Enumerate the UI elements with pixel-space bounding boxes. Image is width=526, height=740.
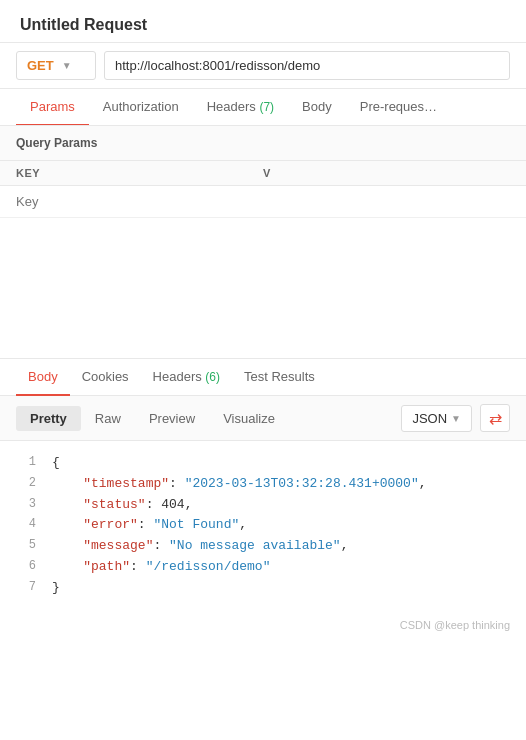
format-select-chevron-icon: ▼ — [451, 413, 461, 424]
params-table: KEY V — [0, 161, 526, 218]
params-row — [0, 186, 526, 218]
page-container: Untitled Request GET ▼ Params Authorizat… — [0, 0, 526, 639]
json-line-2: 2 "timestamp": "2023-03-13T03:32:28.431+… — [16, 474, 510, 495]
wrap-button[interactable]: ⇄ — [480, 404, 510, 432]
params-table-header: KEY V — [0, 161, 526, 186]
method-label: GET — [27, 58, 54, 73]
json-content: 1 { 2 "timestamp": "2023-03-13T03:32:28.… — [0, 441, 526, 611]
request-title: Untitled Request — [0, 0, 526, 42]
tab-prerequest[interactable]: Pre-reques… — [346, 89, 451, 126]
format-select-label: JSON — [412, 411, 447, 426]
line-num-7: 7 — [16, 578, 36, 599]
line-num-3: 3 — [16, 495, 36, 516]
response-tab-headers[interactable]: Headers (6) — [141, 359, 232, 396]
response-tab-body[interactable]: Body — [16, 359, 70, 396]
response-headers-badge: (6) — [205, 370, 220, 384]
response-tab-test-results[interactable]: Test Results — [232, 359, 327, 396]
line-num-1: 1 — [16, 453, 36, 474]
line-num-4: 4 — [16, 515, 36, 536]
url-bar: GET ▼ — [0, 42, 526, 89]
json-line-6: 6 "path": "/redisson/demo" — [16, 557, 510, 578]
url-input[interactable] — [104, 51, 510, 80]
json-line-1: 1 { — [16, 453, 510, 474]
line-num-2: 2 — [16, 474, 36, 495]
format-visualize[interactable]: Visualize — [209, 406, 289, 431]
tab-authorization[interactable]: Authorization — [89, 89, 193, 126]
json-line-5: 5 "message": "No message available", — [16, 536, 510, 557]
wrap-icon: ⇄ — [489, 409, 502, 428]
col-value-header: V — [263, 167, 510, 179]
json-line-7: 7 } — [16, 578, 510, 599]
value-input[interactable] — [263, 186, 526, 217]
query-params-header: Query Params — [0, 126, 526, 161]
method-chevron-icon: ▼ — [62, 60, 72, 71]
line-num-5: 5 — [16, 536, 36, 557]
key-input[interactable] — [0, 186, 263, 217]
json-line-4: 4 "error": "Not Found", — [16, 515, 510, 536]
response-section: Body Cookies Headers (6) Test Results Pr… — [0, 358, 526, 639]
response-tabs: Body Cookies Headers (6) Test Results — [0, 359, 526, 396]
json-line-3: 3 "status": 404, — [16, 495, 510, 516]
line-num-6: 6 — [16, 557, 36, 578]
method-select[interactable]: GET ▼ — [16, 51, 96, 80]
col-key-header: KEY — [16, 167, 263, 179]
format-pretty[interactable]: Pretty — [16, 406, 81, 431]
request-tabs: Params Authorization Headers (7) Body Pr… — [0, 89, 526, 126]
format-tabs: Pretty Raw Preview Visualize — [16, 406, 401, 431]
response-toolbar: Pretty Raw Preview Visualize JSON ▼ ⇄ — [0, 396, 526, 441]
tab-params[interactable]: Params — [16, 89, 89, 126]
response-tab-cookies[interactable]: Cookies — [70, 359, 141, 396]
format-select[interactable]: JSON ▼ — [401, 405, 472, 432]
headers-badge: (7) — [259, 100, 274, 114]
tab-headers[interactable]: Headers (7) — [193, 89, 288, 126]
format-raw[interactable]: Raw — [81, 406, 135, 431]
tab-body[interactable]: Body — [288, 89, 346, 126]
format-preview[interactable]: Preview — [135, 406, 209, 431]
empty-space — [0, 218, 526, 358]
watermark: CSDN @keep thinking — [0, 611, 526, 639]
